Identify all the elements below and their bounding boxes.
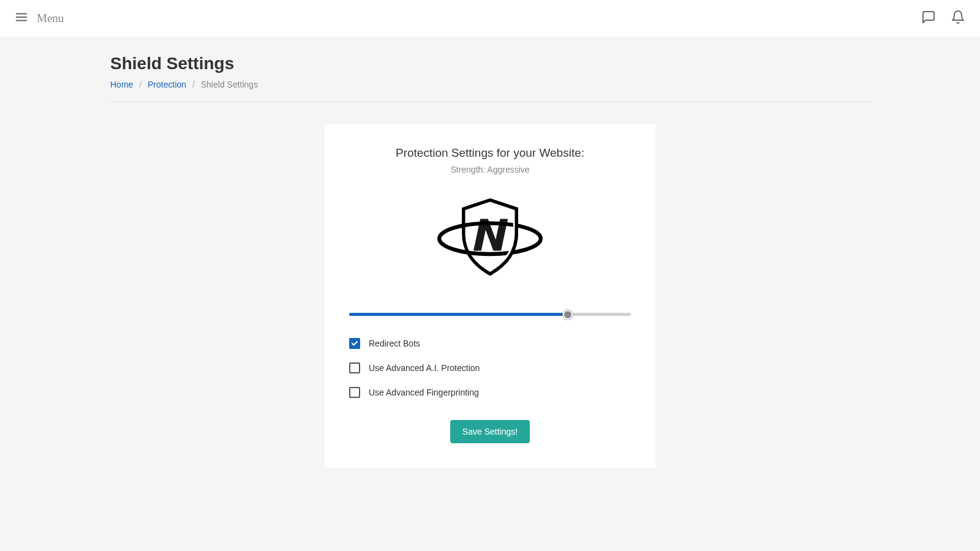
- menu-label[interactable]: Menu: [37, 12, 64, 25]
- content-wrap: Shield Settings Home / Protection / Shie…: [0, 37, 980, 468]
- strength-slider[interactable]: [349, 313, 631, 316]
- breadcrumb-home[interactable]: Home: [110, 80, 133, 89]
- page-title: Shield Settings: [110, 54, 870, 73]
- divider: [110, 102, 870, 102]
- checkbox-fingerprinting[interactable]: [349, 387, 360, 398]
- checkbox-label: Use Advanced Fingerprinting: [369, 388, 479, 397]
- bell-icon[interactable]: [951, 10, 965, 27]
- slider-fill: [349, 313, 568, 316]
- topbar-left: Menu: [15, 10, 64, 26]
- topbar-right: [921, 10, 965, 27]
- breadcrumb-protection[interactable]: Protection: [148, 80, 186, 89]
- settings-card: Protection Settings for your Website: St…: [325, 124, 655, 468]
- top-bar: Menu: [0, 0, 980, 37]
- shield-logo-icon: [435, 192, 545, 286]
- breadcrumb-current: Shield Settings: [201, 80, 258, 89]
- breadcrumb: Home / Protection / Shield Settings: [110, 80, 870, 89]
- breadcrumb-separator: /: [139, 80, 141, 89]
- checkbox-row-redirect-bots: Redirect Bots: [349, 338, 631, 349]
- checkbox-row-fingerprinting: Use Advanced Fingerprinting: [349, 387, 631, 398]
- checkbox-ai-protection[interactable]: [349, 362, 360, 373]
- logo-wrap: [349, 192, 631, 286]
- card-subtitle: Strength: Aggressive: [349, 165, 631, 174]
- slider-track: [349, 313, 631, 316]
- save-button[interactable]: Save Settings!: [450, 420, 530, 443]
- checkbox-row-ai-protection: Use Advanced A.I. Protection: [349, 362, 631, 373]
- checkbox-label: Use Advanced A.I. Protection: [369, 363, 480, 373]
- card-container: Protection Settings for your Website: St…: [110, 124, 870, 468]
- chat-icon[interactable]: [921, 10, 936, 27]
- breadcrumb-separator: /: [192, 80, 195, 89]
- slider-thumb[interactable]: [563, 310, 573, 320]
- card-title: Protection Settings for your Website:: [349, 146, 631, 160]
- checkbox-redirect-bots[interactable]: [349, 338, 360, 349]
- checkbox-label: Redirect Bots: [369, 339, 420, 348]
- hamburger-icon[interactable]: [15, 10, 28, 26]
